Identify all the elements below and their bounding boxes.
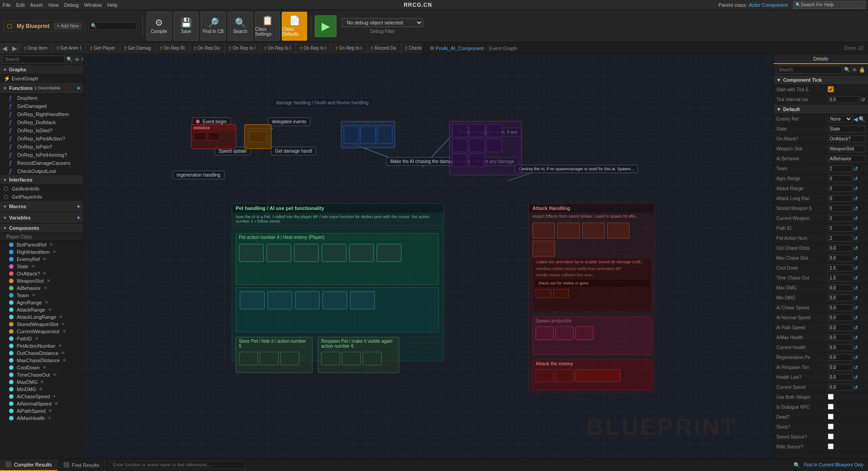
field-select-0[interactable]: None	[828, 116, 853, 122]
function-item-2[interactable]: ƒOnRep_RightHandItem	[0, 110, 83, 118]
tab-on-rep-is-l[interactable]: fOn Rep Is l	[225, 42, 260, 54]
regen-handling-node[interactable]: regeneration handling	[173, 171, 224, 179]
destroy-ai-node[interactable]: Destroy the AI, if no spawnmanager is us…	[515, 165, 638, 173]
component-item-petactionnumber[interactable]: PetActionNumber👁	[0, 342, 83, 350]
default-header[interactable]: ▼ Default	[774, 105, 868, 114]
var-eye-18[interactable]: 👁	[53, 373, 57, 377]
field-input-18[interactable]	[828, 294, 853, 301]
component-item-agrorange[interactable]: AgroRange👁	[0, 299, 83, 306]
var-eye-21[interactable]: 👁	[52, 394, 56, 399]
eye-icon-details[interactable]: 👁	[852, 67, 857, 73]
tab-on-rep-ri[interactable]: fOn Rep Ri	[156, 42, 190, 54]
var-eye-11[interactable]: 👁	[61, 322, 65, 326]
field-reset-10[interactable]: ↺	[854, 215, 858, 222]
field-input-19[interactable]	[828, 304, 853, 311]
orange-node-1[interactable]	[244, 124, 271, 149]
search-help[interactable]: 🔍 Search For Help	[793, 1, 865, 9]
var-eye-19[interactable]: 👁	[40, 380, 44, 384]
var-eye-16[interactable]: 👁	[62, 358, 66, 363]
field-input-14[interactable]	[828, 255, 853, 261]
field-text-3[interactable]	[828, 145, 865, 152]
function-item-1[interactable]: ƒGetDamaged	[0, 102, 83, 110]
field-input-13[interactable]	[828, 245, 853, 252]
component-item-mindmg[interactable]: MinDMG👁	[0, 386, 83, 393]
component-item-storedweaponslot[interactable]: StoredWeaponSlot👁	[0, 321, 83, 328]
nav-forward[interactable]: ▶	[10, 42, 20, 54]
field-input-15[interactable]	[828, 265, 853, 271]
menu-window[interactable]: Window	[84, 2, 102, 8]
var-eye-15[interactable]: 👁	[61, 351, 65, 355]
var-eye-4[interactable]: 👁	[42, 271, 47, 276]
field-reset-12[interactable]: ↺	[854, 235, 858, 242]
component-item-cooldown[interactable]: CoolDown👁	[0, 364, 83, 371]
start-tick-checkbox[interactable]	[828, 86, 834, 92]
lock-icon-details[interactable]: 🔒	[859, 67, 865, 73]
var-eye-6[interactable]: 👁	[43, 286, 47, 290]
event-graph-item[interactable]: ⚡ EventGraph	[0, 75, 83, 83]
functions-section[interactable]: ▼ Functions 1 Overridable +	[0, 83, 83, 94]
interfaces-section[interactable]: ▼ Interfaces	[0, 175, 83, 185]
field-text-1[interactable]	[828, 126, 865, 132]
var-eye-24[interactable]: 👁	[47, 416, 51, 420]
delegated-events-node[interactable]: delegated events	[268, 117, 310, 126]
find-results-tab[interactable]: ⬛ Find Results	[58, 459, 105, 471]
component-item-timechaseout[interactable]: TimeChaseOut👁	[0, 371, 83, 378]
var-eye-7[interactable]: 👁	[32, 293, 36, 298]
get-anim-info-item[interactable]: ⬡ GetAnimInfo	[0, 185, 83, 193]
add-variable-button[interactable]: +	[77, 214, 80, 221]
field-text-4[interactable]	[828, 155, 865, 162]
find-in-cb-button[interactable]: 🔎 Find in CB	[201, 12, 226, 41]
variables-section[interactable]: ▼ Variables +	[0, 212, 83, 224]
var-eye-23[interactable]: 👁	[48, 409, 52, 413]
field-checkbox-30[interactable]	[828, 414, 834, 420]
var-eye-3[interactable]: 👁	[31, 264, 35, 269]
field-reset-8[interactable]: ↺	[854, 196, 858, 202]
field-input-24[interactable]	[828, 354, 853, 361]
compiler-results-tab[interactable]: ⬛ Compiler Results	[0, 459, 58, 471]
class-settings-button[interactable]: 📋 Class Settings	[255, 12, 280, 41]
component-item-aipathspeed[interactable]: AiPathSpeed👁	[0, 407, 83, 415]
var-eye-5[interactable]: 👁	[47, 279, 51, 283]
component-item-aichasespeed[interactable]: AiChaseSpeed👁	[0, 393, 83, 400]
check-melee-label[interactable]: check out for melee or guns	[536, 280, 649, 287]
field-reset-15[interactable]: ↺	[854, 265, 858, 271]
field-search-0[interactable]: 🔍	[859, 116, 865, 122]
tick-interval-reset[interactable]: ↺	[861, 97, 865, 103]
menu-debug[interactable]: Debug	[64, 2, 79, 8]
field-input-11[interactable]	[828, 225, 853, 232]
field-reset-25[interactable]: ↺	[854, 364, 858, 371]
save-button[interactable]: 💾 Save	[173, 12, 199, 41]
var-eye-9[interactable]: 👁	[48, 308, 52, 312]
class-defaults-button[interactable]: 📄 Class Defaults	[282, 12, 307, 41]
field-checkbox-32[interactable]	[828, 434, 834, 439]
tab-drop-item[interactable]: fDrop Item	[20, 42, 52, 54]
field-reset-18[interactable]: ↺	[854, 295, 858, 301]
field-input-6[interactable]	[828, 175, 853, 182]
component-item-weaponslot[interactable]: WeaponSlot👁	[0, 277, 83, 284]
field-input-10[interactable]	[828, 215, 853, 222]
component-item-botparentref[interactable]: BotParentRef👁	[0, 241, 83, 248]
component-item-maxdmg[interactable]: MaxDMG👁	[0, 378, 83, 386]
compile-button[interactable]: ⚙ Compile	[146, 12, 172, 41]
component-item-maxchasedistance[interactable]: MaxChaseDistance👁	[0, 357, 83, 364]
tab-record-da[interactable]: fRecord Da	[367, 42, 401, 54]
details-tab[interactable]: Details	[774, 54, 868, 64]
search-input-toolbar[interactable]	[98, 23, 135, 28]
var-eye-17[interactable]: 👁	[42, 365, 47, 370]
function-item-0[interactable]: ƒDropItem	[0, 94, 83, 102]
field-input-7[interactable]	[828, 185, 853, 192]
add-new-button[interactable]: + Add New	[54, 23, 82, 29]
field-input-21[interactable]	[828, 324, 853, 331]
field-reset-11[interactable]: ↺	[854, 225, 858, 232]
field-input-12[interactable]	[828, 235, 853, 242]
var-eye-12[interactable]: 👁	[62, 329, 66, 334]
components-section[interactable]: ▼ Components	[0, 224, 83, 233]
field-input-25[interactable]	[828, 364, 853, 371]
field-reset-21[interactable]: ↺	[854, 325, 858, 331]
left-search-input[interactable]	[3, 56, 65, 63]
field-reset-13[interactable]: ↺	[854, 245, 858, 252]
var-eye-10[interactable]: 👁	[59, 315, 63, 319]
mid-node-group[interactable]	[341, 121, 395, 148]
function-item-7[interactable]: ƒOnRep_IsPetHoming?	[0, 151, 83, 159]
blueprint-canvas[interactable]: Pet handling / AI use pet functionality …	[84, 54, 773, 458]
